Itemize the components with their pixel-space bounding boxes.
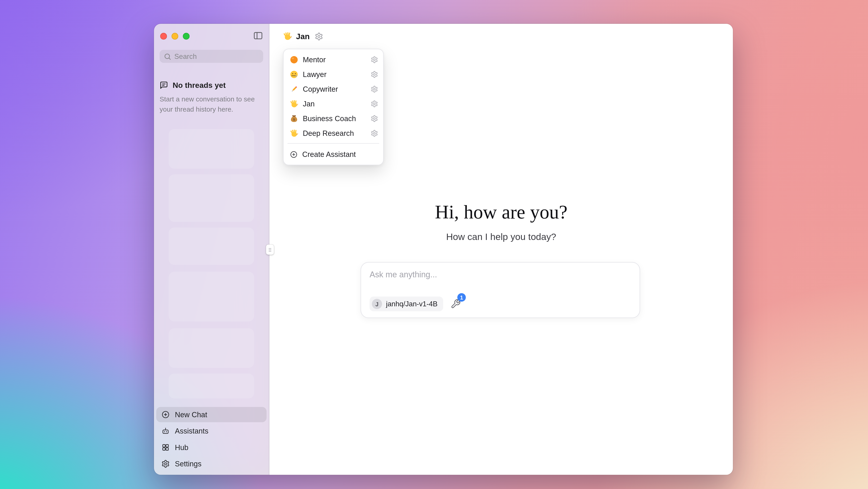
orange-circle-emoji-icon xyxy=(290,55,299,64)
close-button[interactable] xyxy=(160,33,167,40)
wave-emoji-icon xyxy=(290,129,299,137)
sidebar-resize-handle[interactable] xyxy=(266,245,274,255)
thread-skeleton xyxy=(169,227,254,265)
sidebar-item-new-chat[interactable]: New Chat xyxy=(156,407,267,423)
pencil-emoji-icon xyxy=(290,85,299,93)
menu-item-label: Jan xyxy=(303,99,366,108)
greeting-title: Hi, how are you? xyxy=(270,201,733,224)
menu-item-label: Business Coach xyxy=(303,114,366,123)
menu-separator xyxy=(287,143,379,144)
threads-empty-state: No threads yet Start a new conversation … xyxy=(160,81,259,115)
traffic-lights xyxy=(160,33,190,40)
thread-skeleton xyxy=(169,272,254,322)
money-bag-emoji-icon xyxy=(290,114,299,123)
current-assistant-name: Jan xyxy=(296,32,310,41)
menu-item-label: Copywriter xyxy=(303,85,366,93)
bot-icon xyxy=(161,427,170,435)
menu-item-lawyer[interactable]: Lawyer xyxy=(286,67,380,82)
sidebar: No threads yet Start a new conversation … xyxy=(154,24,270,475)
panel-toggle-icon xyxy=(253,31,263,41)
sidebar-item-hub[interactable]: Hub xyxy=(156,440,267,455)
grip-dots-icon xyxy=(267,246,273,253)
search-input[interactable] xyxy=(160,50,263,63)
main-header: Jan xyxy=(270,24,733,49)
gear-icon[interactable] xyxy=(371,129,378,137)
nav-item-label: Hub xyxy=(175,443,189,452)
chat-composer: J janhq/Jan-v1-4B 1 xyxy=(361,262,640,318)
empty-state-title: No threads yet xyxy=(173,81,226,90)
menu-item-deep-research[interactable]: Deep Research xyxy=(286,126,380,140)
menu-item-copywriter[interactable]: Copywriter xyxy=(286,82,380,96)
tools-count-badge: 1 xyxy=(457,293,466,302)
menu-item-mentor[interactable]: Mentor xyxy=(286,52,380,67)
zoom-button[interactable] xyxy=(183,33,190,40)
menu-item-label: Lawyer xyxy=(303,70,366,79)
menu-item-business-coach[interactable]: Business Coach xyxy=(286,111,380,126)
greeting: Hi, how are you? How can I help you toda… xyxy=(270,201,733,243)
wave-emoji-icon xyxy=(283,32,292,41)
toggle-sidebar-button[interactable] xyxy=(253,31,263,41)
assistant-selector-button[interactable]: Jan xyxy=(283,32,323,41)
nav-item-label: New Chat xyxy=(175,410,207,419)
plus-circle-icon xyxy=(161,410,170,419)
gear-icon[interactable] xyxy=(371,100,378,107)
assistant-menu: Mentor Lawyer Copywriter xyxy=(283,49,384,165)
wave-emoji-icon xyxy=(290,99,299,108)
tools-button[interactable]: 1 xyxy=(451,299,461,309)
titlebar xyxy=(154,24,269,47)
main-area: Jan Mentor Lawyer xyxy=(270,24,733,475)
menu-item-jan[interactable]: Jan xyxy=(286,96,380,111)
thread-skeleton xyxy=(169,328,254,368)
greeting-subtitle: How can I help you today? xyxy=(270,231,733,243)
search-field xyxy=(160,50,263,63)
thread-skeleton xyxy=(169,373,254,398)
desktop-background: No threads yet Start a new conversation … xyxy=(0,0,868,489)
menu-item-label: Mentor xyxy=(303,55,366,64)
gear-icon[interactable] xyxy=(371,85,378,93)
nav-item-label: Assistants xyxy=(175,427,209,435)
zipper-mouth-emoji-icon xyxy=(290,70,299,79)
create-assistant-button[interactable]: Create Assistant xyxy=(286,147,380,162)
grid-icon xyxy=(161,443,170,452)
menu-item-label: Deep Research xyxy=(303,129,366,137)
chat-input[interactable] xyxy=(370,270,631,284)
chat-bubble-icon xyxy=(160,81,168,90)
model-name: janhq/Jan-v1-4B xyxy=(386,300,438,308)
gear-icon[interactable] xyxy=(371,115,378,122)
jan-app-window: No threads yet Start a new conversation … xyxy=(154,24,733,475)
gear-icon[interactable] xyxy=(371,56,378,63)
thread-skeleton xyxy=(169,129,254,169)
sidebar-item-settings[interactable]: Settings xyxy=(156,456,267,471)
model-avatar: J xyxy=(372,299,382,309)
thread-skeleton xyxy=(169,174,254,222)
empty-state-body: Start a new conversation to see your thr… xyxy=(160,94,259,114)
sidebar-item-assistants[interactable]: Assistants xyxy=(156,423,267,439)
model-selector[interactable]: J janhq/Jan-v1-4B xyxy=(370,297,443,311)
sidebar-nav: New Chat Assistants Hub Settings xyxy=(154,404,269,475)
plus-circle-icon xyxy=(290,150,298,158)
minimize-button[interactable] xyxy=(172,33,178,40)
create-assistant-label: Create Assistant xyxy=(302,150,356,159)
gear-icon xyxy=(161,460,170,468)
composer-toolbar: J janhq/Jan-v1-4B 1 xyxy=(370,297,631,311)
nav-item-label: Settings xyxy=(175,460,202,468)
gear-icon[interactable] xyxy=(315,32,323,40)
gear-icon[interactable] xyxy=(371,70,378,78)
